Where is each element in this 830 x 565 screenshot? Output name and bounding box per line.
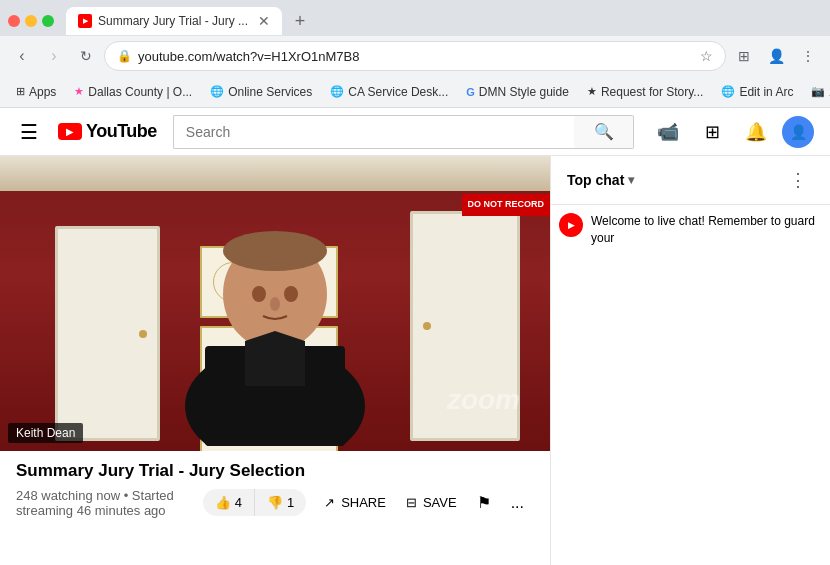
edit-arc-label: Edit in Arc bbox=[739, 85, 793, 99]
chat-message-text: Welcome to live chat! Remember to guard … bbox=[591, 213, 822, 247]
chat-more-icon: ⋮ bbox=[789, 170, 807, 190]
reload-btn[interactable]: ↻ bbox=[72, 42, 100, 70]
youtube-header: ☰ ▶ YouTube 🔍 📹 ⊞ 🔔 👤 bbox=[0, 108, 830, 156]
request-label: Request for Story... bbox=[601, 85, 704, 99]
video-area: zoom DO NOT RECORD Keith Dean Summary Ju… bbox=[0, 156, 550, 565]
new-tab-btn[interactable]: + bbox=[286, 7, 314, 35]
extensions-btn[interactable]: ⊞ bbox=[730, 42, 758, 70]
active-tab[interactable]: ▶ Summary Jury Trial - Jury ... ✕ bbox=[66, 7, 282, 35]
bell-icon: 🔔 bbox=[745, 121, 767, 143]
tab-favicon: ▶ bbox=[78, 14, 92, 28]
chat-more-btn[interactable]: ⋮ bbox=[782, 164, 814, 196]
apps-bookmark-label: Apps bbox=[29, 85, 56, 99]
address-bar[interactable]: 🔒 youtube.com/watch?v=H1XrO1nM7B8 ☆ bbox=[104, 41, 726, 71]
online-services-icon: 🌐 bbox=[210, 85, 224, 98]
thumbs-down-icon: 👎 bbox=[267, 495, 283, 510]
youtube-logo-icon: ▶ bbox=[58, 123, 82, 140]
video-stats: 248 watching now • Started streaming 46 … bbox=[16, 488, 203, 518]
tab-title: Summary Jury Trial - Jury ... bbox=[98, 14, 248, 28]
browser-chrome: ▶ Summary Jury Trial - Jury ... ✕ + ‹ › … bbox=[0, 0, 830, 108]
judge-figure bbox=[155, 186, 395, 446]
zoom-watermark: zoom bbox=[447, 384, 520, 416]
video-actions: 👍 4 👎 1 ↗ SHARE bbox=[203, 487, 534, 518]
search-submit-btn[interactable]: 🔍 bbox=[574, 115, 634, 149]
thumbs-up-icon: 👍 bbox=[215, 495, 231, 510]
online-services-label: Online Services bbox=[228, 85, 312, 99]
chat-youtube-avatar: ▶ bbox=[559, 213, 583, 237]
avatar-initials: 👤 bbox=[790, 124, 807, 140]
ca-service-label: CA Service Desk... bbox=[348, 85, 448, 99]
address-security-icon: 🔒 bbox=[117, 49, 132, 63]
dmn-icon: G bbox=[466, 86, 475, 98]
window-controls bbox=[8, 15, 54, 27]
svg-point-6 bbox=[284, 286, 298, 302]
bookmark-online-services[interactable]: 🌐 Online Services bbox=[202, 83, 320, 101]
like-dislike-group: 👍 4 👎 1 bbox=[203, 489, 306, 516]
flag-btn[interactable]: ⚑ bbox=[467, 487, 501, 518]
back-btn[interactable]: ‹ bbox=[8, 42, 36, 70]
tab-close-icon[interactable]: ✕ bbox=[258, 13, 270, 29]
close-window-btn[interactable] bbox=[8, 15, 20, 27]
dislike-count: 1 bbox=[287, 495, 294, 510]
search-icon: 🔍 bbox=[594, 122, 614, 141]
address-star-icon[interactable]: ☆ bbox=[700, 48, 713, 64]
main-content: zoom DO NOT RECORD Keith Dean Summary Ju… bbox=[0, 156, 830, 565]
dallas-star-icon: ★ bbox=[74, 85, 84, 98]
hamburger-menu-btn[interactable]: ☰ bbox=[16, 116, 42, 148]
like-btn[interactable]: 👍 4 bbox=[203, 489, 255, 516]
header-actions: 📹 ⊞ 🔔 👤 bbox=[650, 114, 814, 150]
save-btn[interactable]: ⊟ SAVE bbox=[396, 489, 467, 516]
dmn-label: DMN Style guide bbox=[479, 85, 569, 99]
more-dots-icon: ... bbox=[511, 494, 524, 511]
request-star-icon: ★ bbox=[587, 85, 597, 98]
menu-btn[interactable]: ⋮ bbox=[794, 42, 822, 70]
maximize-window-btn[interactable] bbox=[42, 15, 54, 27]
svg-point-5 bbox=[252, 286, 266, 302]
user-profile-btn[interactable]: 👤 bbox=[762, 42, 790, 70]
share-label: SHARE bbox=[341, 495, 386, 510]
bookmark-request[interactable]: ★ Request for Story... bbox=[579, 83, 712, 101]
youtube-logo[interactable]: ▶ YouTube bbox=[58, 121, 157, 142]
address-text: youtube.com/watch?v=H1XrO1nM7B8 bbox=[138, 49, 694, 64]
bookmark-edit-arc[interactable]: 🌐 Edit in Arc bbox=[713, 83, 801, 101]
dislike-btn[interactable]: 👎 1 bbox=[255, 489, 306, 516]
svg-point-7 bbox=[270, 297, 280, 311]
search-form: 🔍 bbox=[173, 115, 634, 149]
search-input[interactable] bbox=[173, 115, 574, 149]
left-door bbox=[55, 226, 160, 441]
minimize-window-btn[interactable] bbox=[25, 15, 37, 27]
chat-header: Top chat ▾ ⋮ bbox=[551, 156, 830, 205]
dallas-bookmark-label: Dallas County | O... bbox=[88, 85, 192, 99]
bookmarks-bar: ⊞ Apps ★ Dallas County | O... 🌐 Online S… bbox=[0, 76, 830, 108]
bookmark-ahc[interactable]: 📷 AHC: Merlin Photo... bbox=[803, 83, 830, 101]
video-title: Summary Jury Trial - Jury Selection bbox=[16, 461, 534, 481]
do-not-record-badge: DO NOT RECORD bbox=[462, 194, 551, 216]
chat-title-btn[interactable]: Top chat ▾ bbox=[567, 172, 634, 188]
more-actions-btn[interactable]: ... bbox=[501, 488, 534, 518]
save-label: SAVE bbox=[423, 495, 457, 510]
share-btn[interactable]: ↗ SHARE bbox=[314, 489, 396, 516]
chat-chevron-icon: ▾ bbox=[628, 173, 634, 187]
ca-service-icon: 🌐 bbox=[330, 85, 344, 98]
forward-btn[interactable]: › bbox=[40, 42, 68, 70]
create-video-btn[interactable]: 📹 bbox=[650, 114, 686, 150]
bookmark-ca-service[interactable]: 🌐 CA Service Desk... bbox=[322, 83, 456, 101]
like-count: 4 bbox=[235, 495, 242, 510]
nav-bar: ‹ › ↻ 🔒 youtube.com/watch?v=H1XrO1nM7B8 … bbox=[0, 36, 830, 76]
person-name-badge: Keith Dean bbox=[8, 423, 83, 443]
video-info: Summary Jury Trial - Jury Selection 248 … bbox=[0, 451, 550, 528]
notifications-btn[interactable]: 🔔 bbox=[738, 114, 774, 150]
edit-arc-icon: 🌐 bbox=[721, 85, 735, 98]
svg-point-4 bbox=[223, 231, 327, 271]
apps-grid-btn[interactable]: ⊞ bbox=[694, 114, 730, 150]
video-player[interactable]: zoom DO NOT RECORD Keith Dean bbox=[0, 156, 550, 451]
bookmark-dallas[interactable]: ★ Dallas County | O... bbox=[66, 83, 200, 101]
chat-title-label: Top chat bbox=[567, 172, 624, 188]
user-avatar[interactable]: 👤 bbox=[782, 116, 814, 148]
apps-grid-icon: ⊞ bbox=[16, 85, 25, 98]
video-meta-bar: 248 watching now • Started streaming 46 … bbox=[16, 487, 534, 518]
youtube-logo-text: YouTube bbox=[86, 121, 157, 142]
tab-bar: ▶ Summary Jury Trial - Jury ... ✕ + bbox=[0, 0, 830, 36]
bookmark-apps[interactable]: ⊞ Apps bbox=[8, 83, 64, 101]
bookmark-dmn[interactable]: G DMN Style guide bbox=[458, 83, 577, 101]
